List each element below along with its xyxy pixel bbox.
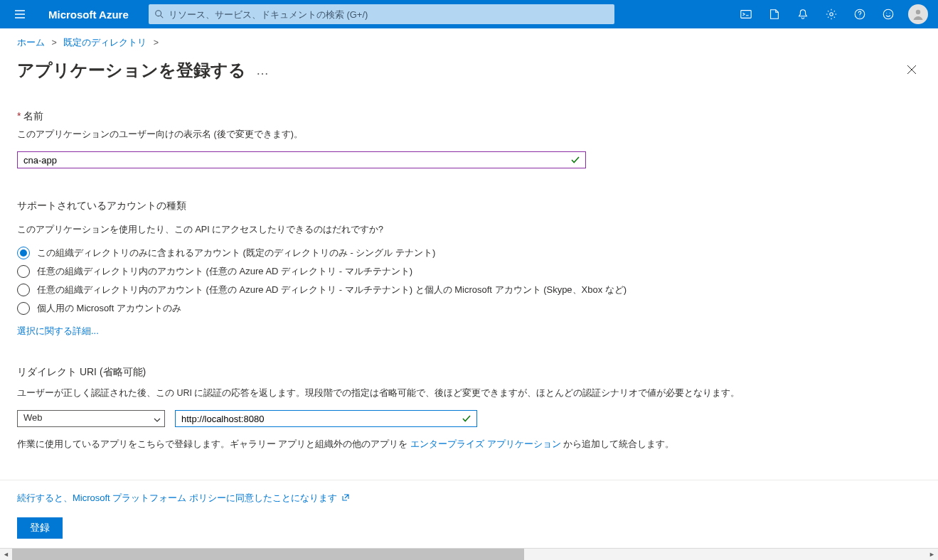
svg-point-6 xyxy=(916,10,920,14)
svg-rect-2 xyxy=(741,11,751,18)
close-icon xyxy=(907,65,917,75)
page-title: アプリケーションを登録する xyxy=(17,59,246,82)
content-area: ホーム > 既定のディレクトリ > アプリケーションを登録する … *名前 この… xyxy=(0,28,938,476)
redirect-note: 作業に使用しているアプリをこちらで登録します。ギャラリー アプリと組織外の他のア… xyxy=(17,437,921,452)
settings-gear-icon[interactable] xyxy=(817,0,846,28)
radio-button[interactable] xyxy=(17,265,30,278)
check-icon xyxy=(570,155,580,167)
breadcrumb-home[interactable]: ホーム xyxy=(17,38,45,48)
account-types-details-link[interactable]: 選択に関する詳細... xyxy=(17,325,99,336)
help-icon[interactable] xyxy=(846,0,874,28)
scroll-right-arrow[interactable]: ► xyxy=(926,549,938,561)
brand-label[interactable]: Microsoft Azure xyxy=(34,9,143,21)
name-label: *名前 xyxy=(17,110,921,123)
cloud-shell-icon[interactable] xyxy=(732,0,760,28)
svg-point-0 xyxy=(156,11,161,16)
platform-select-value: Web xyxy=(17,410,165,427)
radio-button[interactable] xyxy=(17,284,30,296)
account-types-heading: サポートされているアカウントの種類 xyxy=(17,200,921,212)
radio-button[interactable] xyxy=(17,247,30,259)
close-button[interactable] xyxy=(902,60,921,81)
name-help-text: このアプリケーションのユーザー向けの表示名 (後で変更できます)。 xyxy=(17,127,921,141)
title-row: アプリケーションを登録する … xyxy=(17,59,921,82)
hamburger-menu-icon[interactable] xyxy=(6,0,34,28)
enterprise-apps-link[interactable]: エンタープライズ アプリケーション xyxy=(410,438,561,449)
radio-label: 任意の組織ディレクトリ内のアカウント (任意の Azure AD ディレクトリ … xyxy=(37,284,627,296)
breadcrumb-directory[interactable]: 既定のディレクトリ xyxy=(63,38,146,48)
feedback-icon[interactable] xyxy=(874,0,902,28)
radio-button[interactable] xyxy=(17,302,30,315)
svg-point-3 xyxy=(830,13,833,16)
radio-label: 任意の組織ディレクトリ内のアカウント (任意の Azure AD ディレクトリ … xyxy=(37,265,412,278)
footer: 続行すると、Microsoft プラットフォーム ポリシーに同意したことになりま… xyxy=(0,480,938,547)
account-types-radio-group: この組織ディレクトリのみに含まれるアカウント (既定のディレクトリのみ - シン… xyxy=(17,247,921,315)
more-actions-button[interactable]: … xyxy=(256,63,270,78)
notifications-icon[interactable] xyxy=(789,0,817,28)
chevron-down-icon xyxy=(154,415,161,426)
scroll-thumb[interactable] xyxy=(12,549,524,561)
policy-link[interactable]: 続行すると、Microsoft プラットフォーム ポリシーに同意したことになりま… xyxy=(17,492,350,503)
radio-label: 個人用の Microsoft アカウントのみ xyxy=(37,302,181,315)
svg-line-1 xyxy=(161,16,164,18)
breadcrumb: ホーム > 既定のディレクトリ > xyxy=(17,37,921,49)
chevron-right-icon: > xyxy=(51,38,56,48)
platform-select[interactable]: Web xyxy=(17,410,165,427)
account-type-option[interactable]: 任意の組織ディレクトリ内のアカウント (任意の Azure AD ディレクトリ … xyxy=(17,284,921,296)
chevron-right-icon: > xyxy=(154,38,159,48)
top-icon-bar xyxy=(732,0,932,28)
account-avatar[interactable] xyxy=(908,4,928,24)
redirect-uri-help: ユーザーが正しく認証された後、この URI に認証の応答を返します。現段階での指… xyxy=(17,386,921,400)
search-icon xyxy=(154,9,164,19)
redirect-uri-input[interactable] xyxy=(175,410,477,427)
search-box[interactable] xyxy=(149,4,614,24)
app-name-input[interactable] xyxy=(17,151,586,168)
account-types-help: このアプリケーションを使用したり、この API にアクセスしたりできるのはだれで… xyxy=(17,222,921,237)
search-input[interactable] xyxy=(169,9,609,20)
register-button[interactable]: 登録 xyxy=(17,517,63,539)
check-icon xyxy=(462,414,471,426)
radio-label: この組織ディレクトリのみに含まれるアカウント (既定のディレクトリのみ - シン… xyxy=(37,247,435,259)
redirect-uri-heading: リダイレクト URI (省略可能) xyxy=(17,366,921,379)
svg-point-5 xyxy=(883,9,893,19)
scroll-track[interactable] xyxy=(12,549,926,561)
top-bar: Microsoft Azure xyxy=(0,0,938,28)
scroll-left-arrow[interactable]: ◄ xyxy=(0,549,12,561)
horizontal-scrollbar[interactable]: ◄ ► xyxy=(0,548,938,560)
account-type-option[interactable]: 任意の組織ディレクトリ内のアカウント (任意の Azure AD ディレクトリ … xyxy=(17,265,921,278)
account-type-option[interactable]: 個人用の Microsoft アカウントのみ xyxy=(17,302,921,315)
external-link-icon xyxy=(341,493,350,502)
directories-icon[interactable] xyxy=(760,0,789,28)
account-type-option[interactable]: この組織ディレクトリのみに含まれるアカウント (既定のディレクトリのみ - シン… xyxy=(17,247,921,259)
